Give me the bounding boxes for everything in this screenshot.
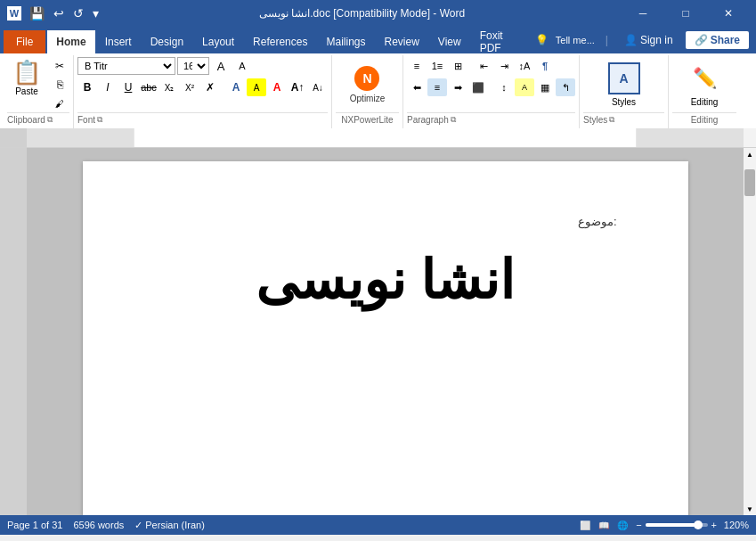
customize-icon[interactable]: ▾: [90, 4, 102, 22]
share-button[interactable]: 🔗 Share: [686, 31, 749, 49]
minimize-button[interactable]: ─: [622, 0, 663, 27]
tab-references[interactable]: References: [244, 30, 316, 53]
decrease-indent-button[interactable]: ⇤: [474, 57, 493, 75]
align-right-button[interactable]: ➡: [448, 78, 467, 96]
font-size-down-button[interactable]: A↓: [308, 78, 328, 96]
shading-button[interactable]: A: [515, 78, 534, 96]
editing-group-label: Editing: [672, 112, 736, 127]
tab-view[interactable]: View: [429, 30, 470, 53]
undo-icon[interactable]: ↩: [51, 4, 67, 22]
paste-label: Paste: [15, 86, 38, 96]
status-bar-right: ⬜ 📖 🌐 − + 120%: [577, 518, 749, 532]
tab-foxit[interactable]: Foxit PDF: [471, 30, 534, 53]
align-left-button[interactable]: ⬅: [407, 78, 427, 96]
tab-review[interactable]: Review: [375, 30, 427, 53]
line-spacing-button[interactable]: ↕: [494, 78, 514, 96]
ribbon-groups: 📋 Paste ✂ ⎘ 🖌 Clipboard ⧉: [0, 53, 756, 128]
align-center-button[interactable]: ≡: [427, 78, 447, 96]
zoom-out-button[interactable]: −: [636, 520, 641, 530]
page-indicator: Page 1 of 31: [7, 520, 62, 530]
paragraph-group-label: Paragraph ⧉: [407, 112, 575, 127]
zoom-handle[interactable]: [694, 521, 703, 529]
close-button[interactable]: ✕: [708, 0, 749, 27]
scroll-track[interactable]: [744, 160, 756, 503]
zoom-level[interactable]: 120%: [720, 520, 749, 530]
font-name-select[interactable]: B Titr: [77, 57, 175, 75]
font-group-label: Font ⧉: [77, 112, 328, 127]
zoom-fill: [646, 523, 695, 527]
styles-button[interactable]: A Styles: [601, 59, 647, 111]
font-color-button[interactable]: A: [267, 78, 287, 96]
clipboard-expand-icon[interactable]: ⧉: [47, 115, 53, 125]
font-expand-icon[interactable]: ⧉: [97, 115, 102, 125]
document-page: :موضوع انشا نویسی: [83, 161, 688, 515]
multilevel-list-button[interactable]: ⊞: [448, 57, 467, 75]
scroll-thumb[interactable]: [744, 169, 755, 196]
show-marks-button[interactable]: ¶: [535, 57, 555, 75]
optimize-button[interactable]: N Optimize: [343, 62, 392, 107]
text-highlight-button[interactable]: A: [247, 78, 266, 96]
vertical-scrollbar: ▲ ▼: [744, 148, 756, 515]
tab-layout[interactable]: Layout: [193, 30, 243, 53]
paragraph-expand-icon[interactable]: ⧉: [451, 115, 456, 125]
tab-mailings[interactable]: Mailings: [317, 30, 374, 53]
cut-button[interactable]: ✂: [50, 57, 69, 75]
read-mode-button[interactable]: 📖: [596, 518, 612, 532]
document-title[interactable]: انشا نویسی: [154, 249, 617, 311]
svg-rect-1: [27, 128, 134, 147]
font-formatting-row: B I U abc X₂ X² ✗ A A A A↑ A↓: [77, 78, 328, 96]
numbering-button[interactable]: 1≡: [427, 57, 447, 75]
redo-icon[interactable]: ↺: [70, 4, 86, 22]
window-title: انشا نویسی.doc [Compatibility Mode] - Wo…: [102, 7, 622, 20]
tab-design[interactable]: Design: [142, 30, 192, 53]
scroll-down-button[interactable]: ▼: [744, 503, 756, 515]
paragraph-group: ≡ 1≡ ⊞ ⇤ ⇥ ↕A ¶ ⬅ ≡ ➡ ⬛ ↕ A ▦: [403, 55, 580, 128]
superscript-button[interactable]: X²: [180, 78, 199, 96]
borders-button[interactable]: ▦: [535, 78, 555, 96]
font-group-top: B Titr 16 A A B I U abc X₂ X² ✗: [77, 57, 328, 112]
underline-button[interactable]: U: [118, 78, 138, 96]
font-size-select[interactable]: 16: [177, 57, 209, 75]
strikethrough-button[interactable]: abc: [139, 78, 159, 96]
tab-home[interactable]: Home: [47, 30, 94, 53]
web-layout-button[interactable]: 🌐: [614, 518, 630, 532]
save-icon[interactable]: 💾: [27, 4, 47, 22]
subscript-button[interactable]: X₂: [159, 78, 179, 96]
italic-button[interactable]: I: [98, 78, 118, 96]
font-size-up-button[interactable]: A↑: [288, 78, 307, 96]
language-text: Persian (Iran): [145, 520, 205, 530]
tab-file[interactable]: File: [4, 30, 45, 53]
sort-button[interactable]: ↕A: [515, 57, 534, 75]
view-buttons: ⬜ 📖 🌐: [577, 518, 630, 532]
quick-access-toolbar: 💾 ↩ ↺ ▾: [27, 4, 102, 22]
bold-button[interactable]: B: [77, 78, 97, 96]
scroll-up-button[interactable]: ▲: [744, 148, 756, 160]
print-layout-view-button[interactable]: ⬜: [577, 518, 593, 532]
ribbon-content: 📋 Paste ✂ ⎘ 🖌 Clipboard ⧉: [0, 53, 756, 128]
paste-button[interactable]: 📋 Paste: [7, 57, 46, 112]
font-grow-button[interactable]: A: [211, 57, 231, 75]
editing-icon: ✏️: [688, 62, 720, 94]
editing-group-top: ✏️ Editing: [672, 57, 736, 112]
zoom-in-button[interactable]: +: [711, 520, 717, 530]
zoom-slider[interactable]: [646, 523, 708, 527]
styles-group-top: A Styles: [583, 57, 664, 112]
share-label: Share: [711, 34, 740, 46]
font-shrink-button[interactable]: A: [232, 57, 252, 75]
ruler: [0, 128, 756, 148]
justify-button[interactable]: ⬛: [468, 78, 488, 96]
rtl-button[interactable]: ↰: [556, 78, 575, 96]
styles-expand-icon[interactable]: ⧉: [609, 115, 614, 125]
bullets-button[interactable]: ≡: [407, 57, 427, 75]
text-effect-button[interactable]: A: [226, 78, 246, 96]
sign-in-button[interactable]: 👤 Sign in: [619, 32, 679, 48]
copy-button[interactable]: ⎘: [50, 76, 69, 94]
clear-format-button[interactable]: ✗: [200, 78, 220, 96]
maximize-button[interactable]: □: [665, 0, 706, 27]
tab-insert[interactable]: Insert: [96, 30, 141, 53]
document-area[interactable]: :موضوع انشا نویسی: [27, 148, 744, 515]
clipboard-small-buttons: ✂ ⎘ 🖌: [50, 57, 69, 112]
editing-button[interactable]: ✏️ Editing: [681, 59, 728, 111]
format-painter-button[interactable]: 🖌: [50, 94, 69, 112]
increase-indent-button[interactable]: ⇥: [494, 57, 514, 75]
